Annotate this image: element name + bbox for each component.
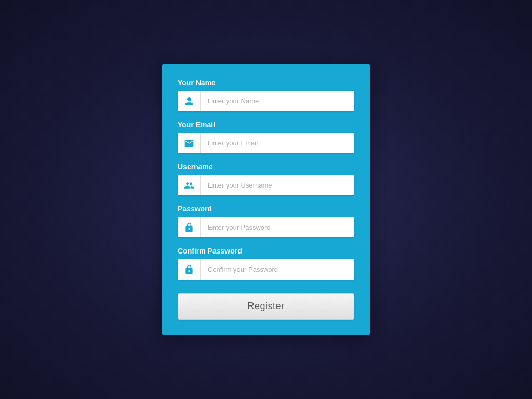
password-input-wrapper — [178, 217, 354, 237]
confirm-lock-icon — [178, 259, 201, 280]
name-field-group: Your Name — [178, 78, 354, 111]
envelope-icon — [178, 133, 201, 153]
password-label: Password — [178, 205, 354, 213]
username-field-group: Username — [178, 163, 354, 195]
confirm-password-input-wrapper — [178, 259, 354, 280]
password-input[interactable] — [201, 217, 354, 237]
email-input[interactable] — [201, 133, 354, 153]
email-field-group: Your Email — [178, 121, 354, 153]
name-label: Your Name — [178, 78, 354, 87]
email-input-wrapper — [178, 133, 354, 153]
username-label: Username — [178, 163, 354, 171]
lock-icon — [178, 217, 201, 237]
confirm-password-field-group: Confirm Password — [178, 247, 354, 280]
email-label: Your Email — [178, 121, 354, 129]
register-button[interactable]: Register — [178, 293, 354, 320]
username-input[interactable] — [201, 175, 354, 195]
confirm-password-input[interactable] — [201, 259, 354, 280]
password-field-group: Password — [178, 205, 354, 237]
name-input-wrapper — [178, 91, 354, 111]
username-input-wrapper — [178, 175, 354, 195]
user-icon — [178, 91, 201, 111]
register-form: Your Name Your Email Username — [162, 64, 370, 335]
confirm-password-label: Confirm Password — [178, 247, 354, 255]
users-icon — [178, 175, 201, 195]
name-input[interactable] — [201, 91, 354, 111]
